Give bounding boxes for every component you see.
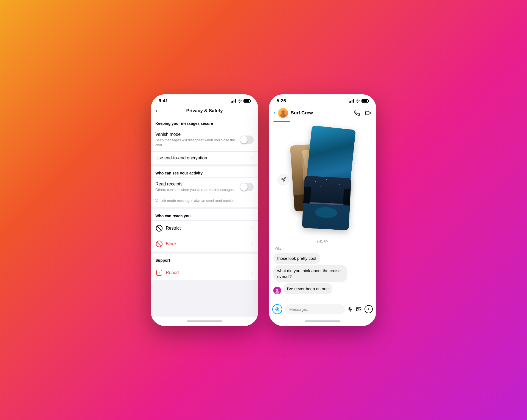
message-item: i've never been on one xyxy=(283,283,332,294)
svg-point-14 xyxy=(317,142,320,143)
chat-avatar-image xyxy=(278,108,288,118)
back-button[interactable]: ‹ xyxy=(155,107,157,114)
svg-point-39 xyxy=(358,308,358,309)
section-header-support: Support xyxy=(151,254,258,265)
chevron-icon: › xyxy=(252,156,254,160)
svg-rect-26 xyxy=(343,189,351,205)
read-receipts-toggle[interactable] xyxy=(240,183,254,191)
block-content: Block xyxy=(166,241,250,246)
chat-nav: ‹ Surf Crew xyxy=(269,106,376,121)
section-support: Support ! Report › xyxy=(151,254,258,280)
encryption-title: Use end-to-end encryption xyxy=(155,156,250,160)
message-input[interactable]: Message... xyxy=(285,304,345,314)
phone-chat: 5:26 ‹ xyxy=(269,94,376,326)
signal-icon xyxy=(231,99,236,103)
block-title: Block xyxy=(166,241,250,246)
svg-line-3 xyxy=(157,242,161,246)
media-button[interactable] xyxy=(356,306,362,312)
svg-rect-36 xyxy=(350,307,351,310)
svg-rect-9 xyxy=(366,111,369,115)
chat-body: 9:41 AM Mike those look pretty cool what… xyxy=(269,122,376,302)
encryption-content: Use end-to-end encryption xyxy=(155,156,250,160)
vanish-mode-title: Vanish mode xyxy=(155,132,240,137)
home-bar-2 xyxy=(269,317,376,326)
status-bar-2: 5:26 xyxy=(269,94,376,106)
read-receipts-note: Vanish mode messages always send read re… xyxy=(151,196,258,207)
svg-text:!: ! xyxy=(159,271,160,275)
row-restrict[interactable]: Restrict › xyxy=(151,220,258,236)
forward-button[interactable] xyxy=(277,174,289,186)
restrict-content: Restrict xyxy=(166,226,250,231)
block-icon-wrap xyxy=(155,240,163,248)
svg-point-15 xyxy=(343,156,346,157)
svg-point-7 xyxy=(281,110,285,114)
chat-input-bar: Message... + xyxy=(269,302,376,317)
settings-content: Keeping your messages secure Vanish mode… xyxy=(151,117,258,317)
chat-timestamp: 9:41 AM xyxy=(269,237,376,247)
mic-button[interactable] xyxy=(347,306,353,312)
read-receipts-subtitle: Others can see when you've read their me… xyxy=(155,187,240,192)
message-sender-label: Mike xyxy=(274,247,372,250)
svg-line-1 xyxy=(157,226,161,230)
restrict-chevron: › xyxy=(252,226,254,231)
chat-avatar xyxy=(278,108,288,118)
section-header-reach: Who can reach you xyxy=(151,209,258,220)
battery-icon xyxy=(243,99,250,103)
vanish-mode-subtitle: Seen messages will disappear when you cl… xyxy=(155,138,240,148)
svg-point-33 xyxy=(275,291,279,294)
vanish-mode-content: Vanish mode Seen messages will disappear… xyxy=(155,132,240,148)
block-chevron: › xyxy=(252,241,254,246)
report-icon-wrap: ! xyxy=(155,269,163,277)
status-time-2: 5:26 xyxy=(277,98,286,104)
chat-images-area xyxy=(269,122,376,237)
section-reach: Who can reach you Restrict › xyxy=(151,209,258,252)
section-activity: Who can see your activity Read receipts … xyxy=(151,167,258,207)
nav-bar-privacy: ‹ Privacy & Safety xyxy=(151,106,258,117)
chat-back-button[interactable]: ‹ xyxy=(273,109,275,117)
add-button[interactable]: + xyxy=(365,305,373,313)
status-icons-2 xyxy=(349,99,368,103)
status-time-1: 9:41 xyxy=(159,98,168,104)
read-receipts-title: Read receipts xyxy=(155,182,240,187)
chat-group-name: Surf Crew xyxy=(291,110,351,116)
call-button[interactable] xyxy=(354,110,360,116)
vanish-mode-toggle[interactable] xyxy=(240,136,254,144)
svg-point-8 xyxy=(280,113,286,117)
message-item: what did you think about the cruise over… xyxy=(273,265,347,282)
wifi-icon xyxy=(237,99,242,103)
svg-rect-25 xyxy=(303,187,311,203)
svg-point-35 xyxy=(277,309,278,310)
section-header-activity: Who can see your activity xyxy=(151,167,258,177)
battery-icon-2 xyxy=(361,99,368,103)
chat-messages: Mike those look pretty cool what did you… xyxy=(269,247,376,299)
status-bar-1: 9:41 xyxy=(151,94,258,106)
chat-actions xyxy=(354,110,372,116)
report-chevron: › xyxy=(252,270,254,275)
wifi-icon-2 xyxy=(355,99,360,103)
photo-stack xyxy=(292,128,353,232)
camera-button[interactable] xyxy=(272,304,282,314)
row-encryption[interactable]: Use end-to-end encryption › xyxy=(151,151,258,164)
phone-privacy-safety: 9:41 ‹ Privacy & Safety xyxy=(151,94,258,326)
row-block[interactable]: Block › xyxy=(151,236,258,252)
svg-point-13 xyxy=(329,146,334,153)
section-header-secure: Keeping your messages secure xyxy=(151,117,258,128)
restrict-title: Restrict xyxy=(166,226,250,231)
report-title: Report xyxy=(166,270,250,275)
svg-point-32 xyxy=(276,289,278,291)
home-bar-1 xyxy=(151,317,258,326)
photo-card-3 xyxy=(302,176,351,230)
status-icons-1 xyxy=(231,99,250,103)
restrict-icon-wrap xyxy=(155,224,163,232)
row-vanish-mode[interactable]: Vanish mode Seen messages will disappear… xyxy=(151,128,258,151)
section-secure: Keeping your messages secure Vanish mode… xyxy=(151,117,258,164)
row-report[interactable]: ! Report › xyxy=(151,265,258,280)
home-indicator-2 xyxy=(305,320,340,322)
report-content: Report xyxy=(166,270,250,275)
signal-icon-2 xyxy=(349,99,354,103)
message-with-avatar: i've never been on one xyxy=(273,283,372,294)
home-indicator-1 xyxy=(187,320,222,322)
video-button[interactable] xyxy=(365,110,372,116)
message-user-avatar xyxy=(273,287,281,294)
row-read-receipts[interactable]: Read receipts Others can see when you've… xyxy=(151,177,258,196)
